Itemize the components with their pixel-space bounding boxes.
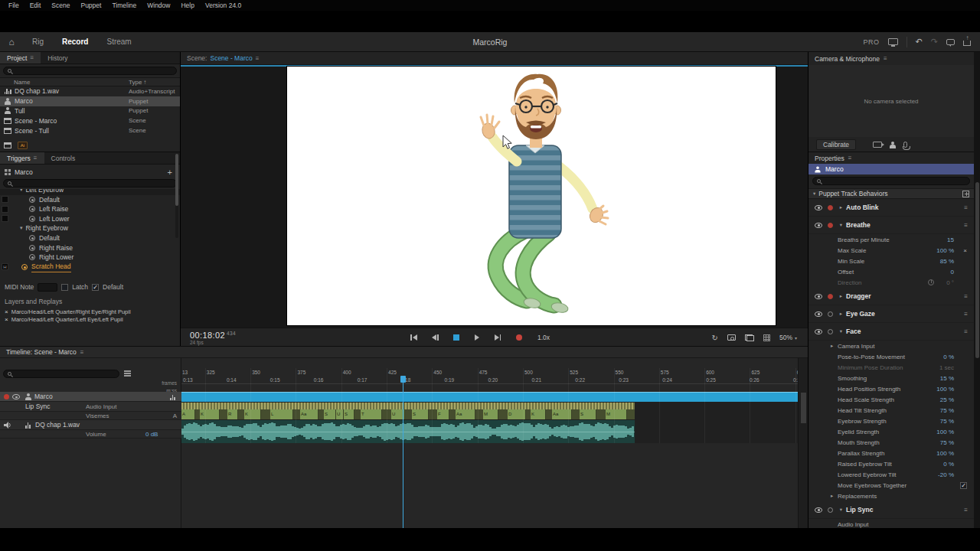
viseme-segment[interactable]: U <box>336 409 344 419</box>
track-row-marco[interactable]: Marco <box>0 392 181 402</box>
chevron-right-icon[interactable]: ▸ <box>838 293 844 299</box>
arm-record-dot[interactable] <box>828 223 833 228</box>
workspace-tab-record[interactable]: Record <box>53 32 97 52</box>
playhead-line[interactable] <box>403 376 403 528</box>
trigger-default[interactable]: Default <box>0 195 180 205</box>
loop-playback-icon[interactable]: ↻ <box>712 334 718 342</box>
behavior-menu-icon[interactable]: ≡ <box>964 328 968 335</box>
triggers-tab-controls[interactable]: Controls <box>44 152 83 164</box>
behaviors-section-header[interactable]: ▾ Puppet Track Behaviors <box>808 188 974 199</box>
viseme-segment[interactable]: K <box>244 409 261 419</box>
properties-scrollbar[interactable] <box>974 52 980 528</box>
body-tracking-icon[interactable] <box>890 142 896 148</box>
param-minimum-pose-duration[interactable]: Minimum Pose Duration1 sec <box>808 362 974 373</box>
param-value[interactable]: 0 % <box>943 461 954 468</box>
project-tab-project[interactable]: Project≡ <box>0 52 41 64</box>
visibility-eye-icon[interactable] <box>815 294 822 299</box>
project-item-scene-tull[interactable]: Scene - TullScene <box>0 126 180 135</box>
param-smoothing[interactable]: Smoothing15 % <box>808 373 974 383</box>
menu-version-24-0[interactable]: Version 24.0 <box>200 0 247 11</box>
new-scene-icon[interactable] <box>4 142 11 148</box>
param-raised-eyebrow-tilt[interactable]: Raised Eyebrow Tilt0 % <box>808 458 974 469</box>
param-value[interactable]: 15 % <box>940 375 954 382</box>
trigger-right-eyebrow[interactable]: ▾Right Eyebrow <box>0 223 180 233</box>
behavior-menu-icon[interactable]: ≡ <box>964 222 968 229</box>
chevron-down-icon[interactable]: ▾ <box>838 222 844 228</box>
behavior-breathe[interactable]: ▾Breathe≡ <box>808 217 974 234</box>
behavior-menu-icon[interactable]: ≡ <box>964 311 968 318</box>
chevron-down-icon[interactable]: ▾ <box>838 507 844 513</box>
param-breaths-per-minute[interactable]: Breaths per Minute15 <box>808 234 974 245</box>
workspace-tab-stream[interactable]: Stream <box>97 32 140 52</box>
param-value[interactable]: 15 <box>947 236 954 243</box>
track-row-volume[interactable]: Volume 0 dB <box>0 430 181 439</box>
param-value[interactable]: 0 % <box>943 354 954 360</box>
menu-edit[interactable]: Edit <box>24 0 47 11</box>
microphone-icon[interactable] <box>903 142 907 148</box>
arm-record-dot[interactable] <box>828 507 833 513</box>
behavior-menu-icon[interactable]: ≡ <box>964 507 968 514</box>
viseme-text-icon[interactable]: A <box>173 412 177 419</box>
param-head-scale-strength[interactable]: Head Scale Strength25 % <box>808 394 974 405</box>
visibility-eye-icon[interactable] <box>12 394 20 399</box>
layer-replay-item[interactable]: ×Marco/Head/Left Quarter/Left Eye/Left P… <box>0 316 180 324</box>
project-item-marco[interactable]: MarcoPuppet <box>0 96 180 106</box>
param-move-eyebrows-together[interactable]: Move Eyebrows Together <box>808 480 974 491</box>
frame-back-button[interactable] <box>432 334 439 341</box>
behavior-menu-icon[interactable]: ≡ <box>964 204 968 211</box>
volume-value[interactable]: 0 dB <box>145 431 158 438</box>
param-head-tilt-strength[interactable]: Head Tilt Strength75 % <box>808 405 974 416</box>
chevron-down-icon[interactable]: ▾ <box>20 189 23 195</box>
behavior-auto-blink[interactable]: ▸Auto Blink≡ <box>808 199 974 217</box>
param-value[interactable]: 75 % <box>940 418 954 425</box>
track-row-audio[interactable]: DQ chap 1.wav <box>0 420 181 430</box>
latch-checkbox[interactable] <box>61 284 68 291</box>
arm-record-dot[interactable] <box>828 205 833 210</box>
param-value[interactable]: 25 % <box>940 396 954 403</box>
viseme-segment[interactable]: S <box>580 409 596 419</box>
track-row-visemes[interactable]: Visemes A <box>0 412 181 420</box>
menu-timeline[interactable]: Timeline <box>106 0 142 11</box>
param-checkbox[interactable] <box>960 482 967 489</box>
viseme-segment[interactable]: L <box>270 409 293 419</box>
menu-puppet[interactable]: Puppet <box>75 0 106 11</box>
menu-window[interactable]: Window <box>142 0 175 11</box>
chevron-right-icon[interactable]: ▸ <box>838 204 844 210</box>
panel-menu-icon[interactable]: ≡ <box>884 55 887 62</box>
panel-menu-icon[interactable]: ≡ <box>30 52 34 64</box>
arm-record-dot[interactable] <box>828 311 833 317</box>
trigger-default[interactable]: Default <box>0 233 180 243</box>
behavior-lip-sync[interactable]: ▾Lip Sync≡ <box>808 501 974 519</box>
chevron-right-icon[interactable]: ▸ <box>838 311 844 317</box>
scene-canvas[interactable] <box>287 67 776 325</box>
project-tab-history[interactable]: History <box>41 52 74 64</box>
mirror-to-display-icon[interactable] <box>745 334 754 341</box>
param-min-scale[interactable]: Min Scale85 % <box>808 256 974 266</box>
viseme-segment[interactable]: A <box>181 409 195 419</box>
viseme-segment[interactable]: K <box>200 409 220 419</box>
viseme-segment[interactable]: S <box>324 409 336 419</box>
calibrate-button[interactable]: Calibrate <box>816 139 856 150</box>
behavior-dragger[interactable]: ▸Dragger≡ <box>808 288 974 305</box>
triggers-scrollbar[interactable] <box>175 154 178 238</box>
project-search-input[interactable] <box>3 67 177 75</box>
param-eyebrow-strength[interactable]: Eyebrow Strength75 % <box>808 416 974 426</box>
viseme-segment[interactable]: Aa <box>552 409 572 419</box>
visibility-eye-icon[interactable] <box>815 311 822 317</box>
param-value[interactable]: 100 % <box>936 386 954 393</box>
visibility-eye-icon[interactable] <box>815 223 822 228</box>
scene-name-link[interactable]: Scene - Marco <box>210 54 252 62</box>
menu-help[interactable]: Help <box>175 0 199 11</box>
param-value[interactable]: 100 % <box>936 429 954 435</box>
viseme-segment[interactable]: Aa <box>300 409 318 419</box>
param-head-position-strength[interactable]: Head Position Strength100 % <box>808 383 974 394</box>
param-mouth-strength[interactable]: Mouth Strength75 % <box>808 437 974 448</box>
panel-menu-icon[interactable]: ≡ <box>34 152 38 165</box>
param-value[interactable]: 100 % <box>936 247 954 254</box>
properties-search-input[interactable] <box>812 177 970 185</box>
param-value[interactable]: 100 % <box>936 450 954 457</box>
marco-track-bar[interactable] <box>181 392 798 402</box>
trigger-right-raise[interactable]: Right Raise <box>0 243 180 253</box>
param-value[interactable]: 75 % <box>940 407 954 414</box>
viseme-segment[interactable]: T <box>361 409 382 419</box>
